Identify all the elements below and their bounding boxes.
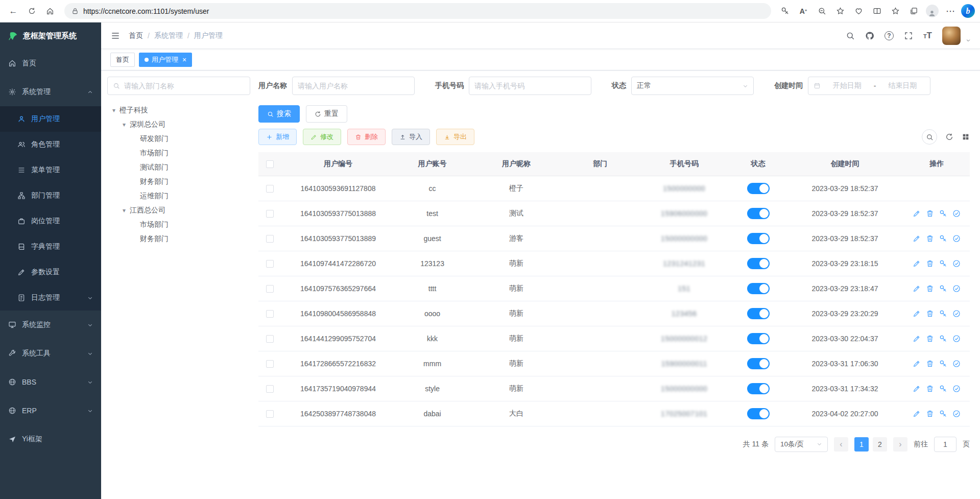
browser-refresh-icon[interactable]: [23, 3, 40, 19]
delete-action-icon[interactable]: [926, 385, 934, 393]
tree-node[interactable]: ▾江西总公司: [107, 203, 250, 218]
status-toggle[interactable]: [747, 258, 770, 269]
sidebar-item-bbs[interactable]: BBS: [0, 368, 101, 396]
password-key-icon[interactable]: [777, 4, 793, 19]
edit-action-icon[interactable]: [913, 360, 921, 368]
date-end-placeholder[interactable]: 结束日期: [880, 81, 925, 90]
status-toggle[interactable]: [747, 283, 770, 294]
address-bar[interactable]: https://ccnetcore.com:1101/system/user: [64, 3, 771, 19]
status-toggle[interactable]: [747, 308, 770, 319]
tree-node[interactable]: 研发部门: [107, 132, 250, 146]
export-button[interactable]: 导出: [436, 129, 474, 145]
refresh-table-icon[interactable]: [945, 133, 953, 141]
zoom-icon[interactable]: [814, 4, 829, 19]
assign-role-action-icon[interactable]: [952, 284, 961, 293]
url-text[interactable]: https://ccnetcore.com:1101/system/user: [83, 7, 209, 15]
read-aloud-icon[interactable]: A”: [796, 4, 811, 19]
sidebar-item-param-settings[interactable]: 参数设置: [0, 259, 101, 285]
caret-down-icon[interactable]: ▾: [121, 207, 128, 214]
browser-profile-avatar[interactable]: [924, 4, 940, 19]
tree-node[interactable]: 财务部门: [107, 232, 250, 246]
edit-action-icon[interactable]: [913, 385, 921, 393]
checkbox[interactable]: [266, 385, 274, 393]
collections-icon[interactable]: [906, 4, 921, 19]
assign-role-action-icon[interactable]: [952, 259, 961, 268]
edit-action-icon[interactable]: [913, 410, 921, 418]
username-field[interactable]: [298, 82, 409, 90]
docs-question-icon[interactable]: ?: [885, 31, 894, 40]
checkbox[interactable]: [266, 335, 274, 343]
status-toggle[interactable]: [747, 358, 770, 369]
assign-role-action-icon[interactable]: [952, 310, 961, 318]
checkbox[interactable]: [266, 210, 274, 218]
assign-role-action-icon[interactable]: [952, 234, 961, 243]
delete-action-icon[interactable]: [926, 335, 934, 343]
sidebar-item-post-mgmt[interactable]: 岗位管理: [0, 208, 101, 234]
reset-password-action-icon[interactable]: [939, 360, 947, 368]
sidebar-item-dict-mgmt[interactable]: 字典管理: [0, 234, 101, 259]
sidebar-item-yi-framework[interactable]: Yi框架: [0, 425, 101, 454]
reset-password-action-icon[interactable]: [939, 284, 947, 293]
reset-password-action-icon[interactable]: [939, 310, 947, 318]
delete-action-icon[interactable]: [926, 234, 934, 243]
browser-back-icon[interactable]: ←: [5, 3, 21, 19]
font-size-icon[interactable]: TT: [923, 31, 932, 41]
tab-user-mgmt[interactable]: 用户管理×: [139, 53, 192, 67]
split-screen-icon[interactable]: [869, 4, 885, 19]
delete-action-icon[interactable]: [926, 284, 934, 293]
modify-button[interactable]: 修改: [303, 129, 341, 145]
sidebar-item-user-mgmt[interactable]: 用户管理: [0, 106, 101, 132]
caret-down-icon[interactable]: ▾: [121, 121, 128, 128]
date-start-placeholder[interactable]: 开始日期: [825, 81, 870, 90]
more-menu-icon[interactable]: ⋯: [943, 4, 958, 19]
delete-action-icon[interactable]: [926, 310, 934, 318]
avatar-caret-down-icon[interactable]: [966, 38, 971, 43]
tree-node[interactable]: 测试部门: [107, 160, 250, 175]
edit-action-icon[interactable]: [913, 284, 921, 293]
breadcrumb-home[interactable]: 首页: [129, 31, 143, 40]
assign-role-action-icon[interactable]: [952, 385, 961, 393]
phone-input[interactable]: [469, 77, 591, 95]
page-button-2[interactable]: 2: [873, 437, 887, 452]
tree-node[interactable]: ▾橙子科技: [107, 103, 250, 117]
caret-down-icon[interactable]: ▾: [110, 107, 117, 114]
sidebar-item-role-mgmt[interactable]: 角色管理: [0, 132, 101, 157]
toggle-search-icon[interactable]: [922, 129, 937, 145]
sidebar-item-log-mgmt[interactable]: 日志管理: [0, 285, 101, 311]
fullscreen-icon[interactable]: [904, 31, 913, 40]
browser-home-icon[interactable]: [42, 3, 58, 19]
tree-node[interactable]: 财务部门: [107, 175, 250, 189]
dept-search-input[interactable]: [107, 77, 250, 95]
status-toggle[interactable]: [747, 383, 770, 394]
breadcrumb-system[interactable]: 系统管理: [154, 31, 183, 40]
reset-password-action-icon[interactable]: [939, 234, 947, 243]
tree-node[interactable]: 市场部门: [107, 218, 250, 232]
reset-password-action-icon[interactable]: [939, 335, 947, 343]
sidebar-item-menu-mgmt[interactable]: 菜单管理: [0, 157, 101, 183]
page-button-1[interactable]: 1: [854, 437, 869, 452]
reset-password-action-icon[interactable]: [939, 259, 947, 268]
delete-action-icon[interactable]: [926, 410, 934, 418]
status-toggle[interactable]: [747, 183, 770, 194]
checkbox[interactable]: [266, 260, 274, 268]
checkbox[interactable]: [266, 235, 274, 243]
edit-action-icon[interactable]: [913, 234, 921, 243]
edit-action-icon[interactable]: [913, 310, 921, 318]
checkbox[interactable]: [266, 310, 274, 318]
checkbox[interactable]: [266, 185, 274, 193]
github-icon[interactable]: [865, 31, 874, 40]
columns-grid-icon[interactable]: [962, 133, 970, 141]
tree-node[interactable]: 市场部门: [107, 146, 250, 160]
import-button[interactable]: 导入: [392, 129, 430, 145]
reset-button[interactable]: 重置: [306, 105, 347, 123]
assign-role-action-icon[interactable]: [952, 209, 961, 218]
checkbox[interactable]: [266, 285, 274, 293]
search-button[interactable]: 搜索: [258, 105, 300, 123]
tree-node[interactable]: ▾深圳总公司: [107, 117, 250, 132]
tab-home[interactable]: 首页: [110, 53, 135, 67]
browser-essentials-icon[interactable]: [851, 4, 866, 19]
date-range-picker[interactable]: 开始日期 - 结束日期: [808, 77, 930, 95]
checkbox[interactable]: [266, 160, 274, 168]
assign-role-action-icon[interactable]: [952, 410, 961, 418]
assign-role-action-icon[interactable]: [952, 335, 961, 343]
